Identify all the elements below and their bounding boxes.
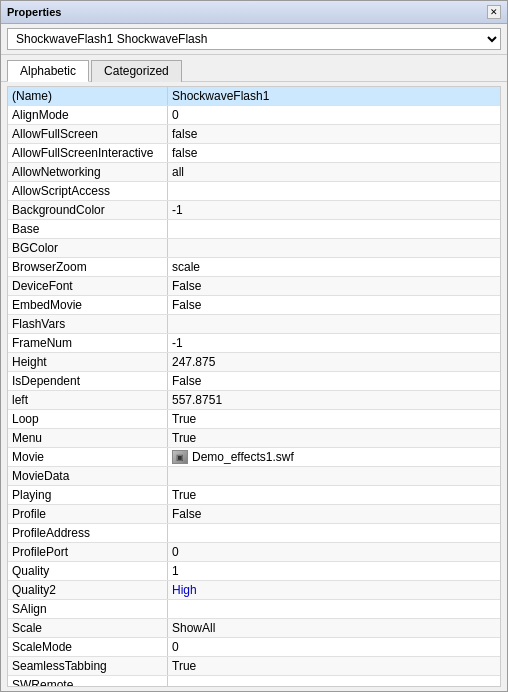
- table-row: left557.8751: [8, 391, 500, 410]
- property-value[interactable]: [168, 182, 500, 200]
- table-row: IsDependentFalse: [8, 372, 500, 391]
- property-value[interactable]: True: [168, 429, 500, 447]
- property-value[interactable]: High: [168, 581, 500, 599]
- table-row: Movie▣Demo_effects1.swf: [8, 448, 500, 467]
- table-row: BGColor: [8, 239, 500, 258]
- property-value[interactable]: ShockwaveFlash1: [168, 87, 500, 105]
- property-name: left: [8, 391, 168, 409]
- property-value[interactable]: scale: [168, 258, 500, 276]
- property-name: BackgroundColor: [8, 201, 168, 219]
- component-select[interactable]: ShockwaveFlash1 ShockwaveFlash: [7, 28, 501, 50]
- property-name: SeamlessTabbing: [8, 657, 168, 675]
- table-row: SeamlessTabbingTrue: [8, 657, 500, 676]
- table-row: ProfilePort0: [8, 543, 500, 562]
- property-value[interactable]: [168, 239, 500, 257]
- property-name: AllowFullScreen: [8, 125, 168, 143]
- table-row: AllowNetworkingall: [8, 163, 500, 182]
- tabs-bar: AlphabeticCategorized: [1, 55, 507, 82]
- table-row: MovieData: [8, 467, 500, 486]
- property-name: SAlign: [8, 600, 168, 618]
- tab-alphabetic[interactable]: Alphabetic: [7, 60, 89, 82]
- property-name: Base: [8, 220, 168, 238]
- property-value[interactable]: False: [168, 296, 500, 314]
- property-name: BrowserZoom: [8, 258, 168, 276]
- window-title: Properties: [7, 6, 61, 18]
- component-selector-row: ShockwaveFlash1 ShockwaveFlash: [1, 24, 507, 55]
- property-value[interactable]: 247.875: [168, 353, 500, 371]
- table-row: SAlign: [8, 600, 500, 619]
- close-button[interactable]: ✕: [487, 5, 501, 19]
- property-name: Quality2: [8, 581, 168, 599]
- property-value[interactable]: [168, 220, 500, 238]
- table-row: MenuTrue: [8, 429, 500, 448]
- movie-icon: ▣: [172, 450, 188, 464]
- table-row: Quality1: [8, 562, 500, 581]
- property-name: DeviceFont: [8, 277, 168, 295]
- table-row: Height247.875: [8, 353, 500, 372]
- property-value[interactable]: 0: [168, 638, 500, 656]
- property-value[interactable]: False: [168, 277, 500, 295]
- properties-table: (Name)ShockwaveFlash1AlignMode0AllowFull…: [7, 86, 501, 687]
- property-name: ProfilePort: [8, 543, 168, 561]
- table-row: AllowScriptAccess: [8, 182, 500, 201]
- table-row: SWRemote: [8, 676, 500, 687]
- property-value[interactable]: [168, 600, 500, 618]
- property-name: FlashVars: [8, 315, 168, 333]
- property-name: AlignMode: [8, 106, 168, 124]
- title-bar: Properties ✕: [1, 1, 507, 24]
- table-row: EmbedMovieFalse: [8, 296, 500, 315]
- property-name: AllowFullScreenInteractive: [8, 144, 168, 162]
- property-value[interactable]: True: [168, 657, 500, 675]
- property-value[interactable]: false: [168, 125, 500, 143]
- property-name: Quality: [8, 562, 168, 580]
- property-name: Scale: [8, 619, 168, 637]
- movie-value-wrapper: ▣Demo_effects1.swf: [172, 450, 496, 464]
- table-row: ProfileAddress: [8, 524, 500, 543]
- property-name: EmbedMovie: [8, 296, 168, 314]
- movie-filename: Demo_effects1.swf: [192, 450, 294, 464]
- table-row: AllowFullScreenfalse: [8, 125, 500, 144]
- property-value[interactable]: 0: [168, 543, 500, 561]
- table-row: ScaleShowAll: [8, 619, 500, 638]
- property-value[interactable]: [168, 524, 500, 542]
- table-row: AllowFullScreenInteractivefalse: [8, 144, 500, 163]
- property-name: AllowScriptAccess: [8, 182, 168, 200]
- property-name: BGColor: [8, 239, 168, 257]
- property-value[interactable]: -1: [168, 334, 500, 352]
- table-row: BrowserZoomscale: [8, 258, 500, 277]
- table-row: BackgroundColor-1: [8, 201, 500, 220]
- property-name: Loop: [8, 410, 168, 428]
- property-name: ScaleMode: [8, 638, 168, 656]
- property-value[interactable]: [168, 315, 500, 333]
- property-value[interactable]: True: [168, 410, 500, 428]
- property-name: Movie: [8, 448, 168, 466]
- table-row: AlignMode0: [8, 106, 500, 125]
- property-value[interactable]: 0: [168, 106, 500, 124]
- property-value[interactable]: [168, 467, 500, 485]
- table-row: ScaleMode0: [8, 638, 500, 657]
- property-name: Profile: [8, 505, 168, 523]
- table-row: LoopTrue: [8, 410, 500, 429]
- property-value[interactable]: True: [168, 486, 500, 504]
- property-value[interactable]: false: [168, 144, 500, 162]
- property-value[interactable]: False: [168, 372, 500, 390]
- property-value[interactable]: ShowAll: [168, 619, 500, 637]
- property-value[interactable]: 557.8751: [168, 391, 500, 409]
- tab-categorized[interactable]: Categorized: [91, 60, 182, 82]
- property-name: Menu: [8, 429, 168, 447]
- property-value[interactable]: all: [168, 163, 500, 181]
- property-value[interactable]: ▣Demo_effects1.swf: [168, 448, 500, 466]
- table-row: Quality2High: [8, 581, 500, 600]
- property-name: AllowNetworking: [8, 163, 168, 181]
- property-name: IsDependent: [8, 372, 168, 390]
- property-value[interactable]: [168, 676, 500, 687]
- properties-window: Properties ✕ ShockwaveFlash1 ShockwaveFl…: [0, 0, 508, 692]
- property-name: MovieData: [8, 467, 168, 485]
- table-row: PlayingTrue: [8, 486, 500, 505]
- property-value[interactable]: False: [168, 505, 500, 523]
- table-row: DeviceFontFalse: [8, 277, 500, 296]
- table-row: FrameNum-1: [8, 334, 500, 353]
- property-value[interactable]: 1: [168, 562, 500, 580]
- property-name: ProfileAddress: [8, 524, 168, 542]
- property-value[interactable]: -1: [168, 201, 500, 219]
